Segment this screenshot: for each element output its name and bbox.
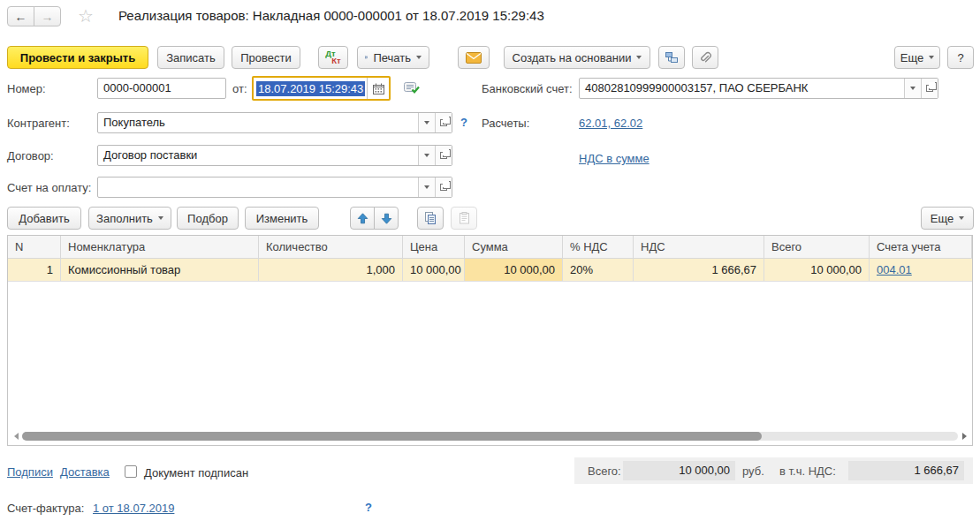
invoice-link[interactable]: 1 от 18.07.2019 (93, 502, 174, 515)
date-input[interactable]: 18.07.2019 15:29:43 (252, 76, 391, 101)
bank-account-label: Банковский счет: (482, 82, 573, 95)
forward-arrow-icon: → (42, 10, 54, 24)
settlements-accounts-link[interactable]: 62.01, 62.02 (579, 117, 642, 130)
paste-icon (459, 212, 470, 224)
row-cell-accounts: 004.01 (870, 259, 972, 281)
accounts-link[interactable]: 004.01 (877, 263, 912, 276)
set-current-date-button[interactable] (404, 81, 420, 94)
horizontal-scrollbar[interactable] (10, 429, 970, 443)
counterparty-open-button[interactable] (435, 113, 452, 132)
open-in-window-icon (926, 85, 933, 92)
currency-label: руб. (742, 464, 764, 478)
dtkt-postings-button[interactable]: ДтКт (318, 46, 348, 69)
row-cell-quantity[interactable]: 1,000 (259, 259, 403, 281)
help-button[interactable]: ? (947, 46, 974, 69)
paperclip-icon (698, 50, 712, 64)
edit-button[interactable]: Изменить (245, 207, 319, 230)
row-cell-vat-percent[interactable]: 20% (563, 259, 634, 281)
add-row-button[interactable]: Добавить (7, 207, 81, 230)
scrollbar-thumb[interactable] (22, 432, 762, 441)
calendar-button[interactable] (367, 78, 389, 99)
column-header-vat-percent[interactable]: % НДС (563, 236, 634, 258)
payment-invoice-label: Счет на оплату: (7, 181, 91, 194)
signatures-link[interactable]: Подписи (7, 465, 53, 479)
envelope-icon (466, 52, 482, 64)
scrollbar-track[interactable] (22, 432, 958, 441)
calendar-icon (373, 83, 384, 94)
document-structure-icon (665, 51, 679, 64)
vat-mode-link[interactable]: НДС в сумме (579, 152, 650, 165)
history-nav: ← → (7, 6, 61, 26)
totals-strip: Всего: 10 000,00 руб. в т.ч. НДС: 1 666,… (574, 457, 973, 484)
column-header-nomenclature[interactable]: Номенклатура (61, 236, 259, 258)
column-header-n[interactable]: N (8, 236, 61, 258)
column-header-vat[interactable]: НДС (634, 236, 764, 258)
related-documents-button[interactable] (658, 46, 685, 69)
date-label: от: (232, 82, 247, 95)
bank-account-open-button[interactable] (921, 79, 938, 98)
pick-button[interactable]: Подбор (177, 207, 239, 230)
favorite-star-icon[interactable]: ☆ (78, 5, 94, 26)
dtkt-icon: ДтКт (325, 50, 340, 64)
items-table-header: N Номенклатура Количество Цена Сумма % Н… (8, 236, 972, 259)
table-row[interactable]: 1 Комиссионный товар 1,000 10 000,00 10 … (8, 259, 972, 282)
document-check-icon (404, 81, 420, 94)
send-email-button[interactable] (458, 46, 490, 69)
attachments-button[interactable] (692, 46, 718, 69)
bank-account-dropdown-button[interactable] (904, 79, 921, 98)
post-button[interactable]: Провести (232, 46, 300, 69)
copy-rows-button[interactable] (417, 207, 444, 230)
move-row-up-button[interactable] (350, 207, 375, 230)
document-signed-label: Документ подписан (144, 466, 248, 479)
payment-invoice-open-button[interactable] (435, 177, 452, 197)
number-input[interactable]: 0000-000001 (97, 78, 226, 99)
row-cell-n[interactable]: 1 (8, 259, 61, 281)
arrow-down-icon (381, 213, 392, 224)
delivery-link[interactable]: Доставка (60, 465, 110, 479)
move-row-down-button[interactable] (374, 207, 399, 230)
fill-button[interactable]: Заполнить (88, 207, 171, 230)
scroll-left-icon (14, 433, 19, 440)
scroll-right-button[interactable] (958, 433, 970, 440)
back-arrow-icon: ← (15, 10, 27, 24)
contract-dropdown-button[interactable] (418, 146, 435, 165)
column-header-price[interactable]: Цена (403, 236, 465, 258)
column-header-total[interactable]: Всего (764, 236, 870, 258)
total-label: Всего: (588, 464, 621, 478)
print-button[interactable]: Печать (357, 46, 429, 69)
dropdown-caret-icon (424, 121, 429, 125)
counterparty-field[interactable]: Покупатель (97, 112, 452, 133)
counterparty-help-icon[interactable]: ? (460, 116, 467, 129)
contract-label: Договор: (7, 149, 54, 162)
table-more-button[interactable]: Еще (921, 207, 974, 230)
items-table: N Номенклатура Количество Цена Сумма % Н… (7, 235, 973, 446)
settlements-label: Расчеты: (482, 117, 529, 130)
scroll-left-button[interactable] (10, 433, 22, 440)
row-cell-nomenclature[interactable]: Комиссионный товар (61, 259, 259, 281)
bank-account-field[interactable]: 40802810999900003157, ПАО СБЕРБАНК (579, 78, 938, 99)
column-header-amount[interactable]: Сумма (465, 236, 563, 258)
contract-open-button[interactable] (435, 146, 452, 165)
date-selected-text: 18.07.2019 15:29:43 (256, 81, 365, 96)
forward-button[interactable]: → (34, 6, 61, 26)
column-header-quantity[interactable]: Количество (259, 236, 403, 258)
row-cell-vat[interactable]: 1 666,67 (634, 259, 764, 281)
paste-rows-button[interactable] (451, 207, 477, 230)
open-in-window-icon (440, 119, 447, 126)
table-more-caret (959, 216, 964, 220)
row-cell-amount-selected[interactable]: 10 000,00 (465, 259, 563, 281)
toolbar-more-button[interactable]: Еще (894, 46, 940, 69)
payment-invoice-field[interactable] (97, 177, 452, 198)
back-button[interactable]: ← (7, 6, 34, 26)
post-and-close-button[interactable]: Провести и закрыть (7, 46, 148, 69)
payment-invoice-dropdown-button[interactable] (418, 177, 435, 197)
document-signed-checkbox[interactable] (125, 465, 137, 478)
column-header-accounts[interactable]: Счета учета (870, 236, 972, 258)
row-cell-price[interactable]: 10 000,00 (403, 259, 465, 281)
save-button[interactable]: Записать (157, 46, 224, 69)
create-based-on-button[interactable]: Создать на основании (504, 46, 650, 69)
row-cell-total[interactable]: 10 000,00 (764, 259, 870, 281)
contract-field[interactable]: Договор поставки (97, 145, 452, 166)
invoice-help-icon[interactable]: ? (365, 501, 372, 514)
counterparty-dropdown-button[interactable] (418, 113, 435, 132)
